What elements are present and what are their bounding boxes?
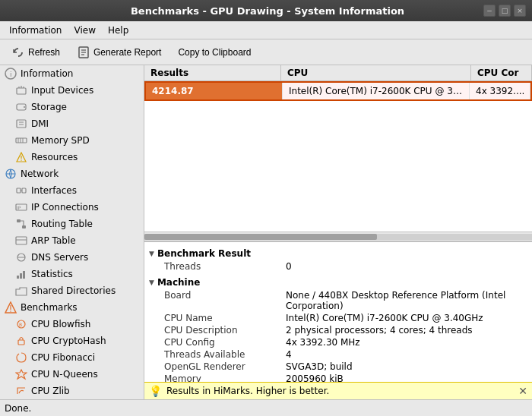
refresh-icon [11,46,25,59]
machine-rows: BoardNone / 440BX Desktop Reference Plat… [149,289,527,382]
storage-icon [15,101,27,113]
titlebar: Benchmarks - GPU Drawing - System Inform… [0,0,532,21]
svg-rect-43 [18,340,24,345]
detail-value: 2 physical processors; 4 cores; 4 thread… [286,325,473,336]
minimize-button[interactable]: − [483,5,496,17]
detail-value: 4x 3392.30 MHz [286,337,360,348]
sidebar-label-memory-spd: Memory SPD [31,135,90,146]
sidebar-item-input-devices[interactable]: Input Devices [0,82,144,99]
threads-value: 0 [286,261,292,272]
sidebar-item-cpu-blowfish[interactable]: B CPU Blowfish [0,316,144,332]
window-controls[interactable]: − □ × [483,5,526,17]
hint-close-button[interactable]: ✕ [518,385,527,397]
svg-rect-35 [17,276,19,279]
interfaces-icon [15,184,27,197]
sidebar-item-statistics[interactable]: Statistics [0,266,144,282]
svg-rect-12 [17,120,26,128]
detail-row: OpenGL RendererSVGA3D; build [149,361,527,373]
svg-point-21 [21,159,22,161]
detail-value: 4 [286,349,292,360]
header-cpu: CPU [281,65,471,80]
sidebar-label-shared-directories: Shared Directories [31,285,116,296]
sidebar-label-network: Network [21,169,59,179]
blowfish-icon: B [15,318,27,330]
sidebar-item-interfaces[interactable]: Interfaces [0,182,144,199]
menu-view[interactable]: View [68,24,101,37]
sidebar-label-storage: Storage [31,102,67,112]
sidebar-item-dmi[interactable]: DMI [0,115,144,132]
sidebar-label-information: Information [21,68,73,79]
sidebar-item-shared-directories[interactable]: Shared Directories [0,282,144,299]
sidebar-item-cpu-zlib[interactable]: CPU Zlib [0,383,144,399]
sidebar-item-benchmarks[interactable]: Benchmarks [0,299,144,316]
hint-text: Results in HiMarks. Higher is better. [166,386,329,396]
svg-rect-37 [23,271,25,279]
sidebar-label-cpu-blowfish: CPU Blowfish [31,319,90,329]
fibonacci-icon [15,351,27,364]
benchmark-result-header[interactable]: ▼ Benchmark Result [149,247,527,260]
sidebar-label-benchmarks: Benchmarks [21,302,78,313]
memory-icon [15,134,27,147]
results-row[interactable]: 4214.87 Intel(R) Core(TM) i7-2600K CPU @… [144,81,532,101]
generate-report-button[interactable]: Generate Report [70,43,168,62]
detail-value: None / 440BX Desktop Reference Platform … [286,290,527,311]
benchmark-result-section: ▼ Benchmark Result Threads 0 [149,247,527,273]
results-cpu: Intel(R) Core(TM) i7-2600K CPU @ 3.40GHz [283,83,470,99]
detail-value: SVGA3D; build [286,361,353,372]
sidebar-item-dns-servers[interactable]: DNS Servers [0,249,144,266]
svg-rect-15 [16,138,27,143]
svg-rect-31 [16,237,27,244]
detail-row: CPU Config4x 3392.30 MHz [149,336,527,348]
copy-clipboard-button[interactable]: Copy to Clipboard [171,44,258,61]
detail-row: BoardNone / 440BX Desktop Reference Plat… [149,289,527,312]
maximize-button[interactable]: □ [499,5,511,17]
menu-information[interactable]: Information [3,24,68,37]
machine-chevron: ▼ [149,279,154,286]
nqueens-icon [15,368,27,380]
ip-icon: IP [15,201,27,213]
svg-rect-29 [17,219,21,222]
resources-icon [15,151,27,163]
status-bar: Done. [0,399,532,416]
menu-help[interactable]: Help [102,24,135,37]
detail-label: OpenGL Renderer [164,361,286,372]
detail-label: Threads Available [164,349,286,360]
dns-icon [15,251,27,263]
threads-label: Threads [164,261,286,272]
machine-section: ▼ Machine BoardNone / 440BX Desktop Refe… [149,276,527,382]
detail-row: Threads Available4 [149,348,527,361]
crypto-icon [15,335,27,347]
detail-label: Board [164,290,286,311]
benchmark-chevron: ▼ [149,250,154,257]
hint-icon: 💡 [149,385,162,397]
svg-rect-24 [17,188,21,193]
sidebar-item-cpu-nqueens[interactable]: CPU N-Queens [0,366,144,383]
refresh-button[interactable]: Refresh [5,43,67,62]
input-icon [15,84,27,96]
sidebar-item-ip-connections[interactable]: IP IP Connections [0,199,144,216]
horizontal-scrollbar[interactable] [144,232,532,241]
results-table-header: Results CPU CPU Cor [144,65,532,81]
sidebar-item-storage[interactable]: Storage [0,99,144,115]
sidebar-item-network[interactable]: Network [0,165,144,182]
sidebar-item-routing-table[interactable]: Routing Table [0,216,144,232]
sidebar-item-cpu-cryptohash[interactable]: CPU CryptoHash [0,332,144,349]
close-button[interactable]: × [514,5,526,17]
sidebar-label-routing-table: Routing Table [31,219,93,229]
refresh-label: Refresh [28,47,60,58]
content-area: Results CPU CPU Cor 4214.87 Intel(R) Cor… [144,65,532,399]
menubar: Information View Help [0,21,532,39]
detail-label: CPU Config [164,337,286,348]
sidebar-label-arp-table: ARP Table [31,235,76,246]
machine-header[interactable]: ▼ Machine [149,276,527,289]
detail-value: 2005960 kiB [286,373,344,382]
sidebar-item-resources[interactable]: Resources [0,149,144,165]
svg-marker-44 [16,370,27,379]
sidebar: i Information Input Devices Storage [0,65,144,399]
sidebar-item-memory-spd[interactable]: Memory SPD [0,132,144,149]
sidebar-label-cpu-fibonacci: CPU Fibonacci [31,352,95,363]
sidebar-item-arp-table[interactable]: ARP Table [0,232,144,249]
sidebar-item-information[interactable]: i Information [0,65,144,82]
sidebar-item-cpu-fibonacci[interactable]: CPU Fibonacci [0,349,144,366]
results-value: 4214.87 [146,83,283,99]
